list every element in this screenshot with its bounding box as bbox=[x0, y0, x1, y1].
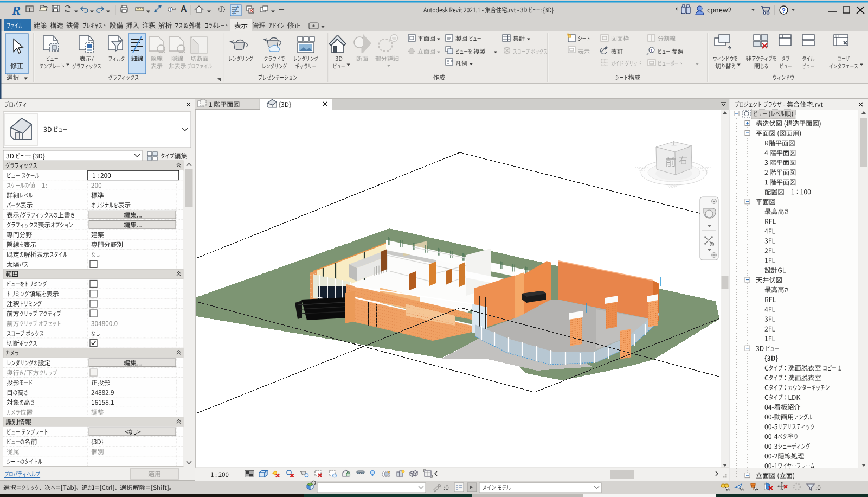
svg-text:R: R bbox=[11, 3, 21, 17]
svg-text:1: 1 bbox=[650, 48, 653, 53]
svg-text:1: 1 bbox=[169, 7, 172, 12]
svg-text:?: ? bbox=[782, 7, 786, 15]
svg-text:A: A bbox=[181, 4, 187, 14]
